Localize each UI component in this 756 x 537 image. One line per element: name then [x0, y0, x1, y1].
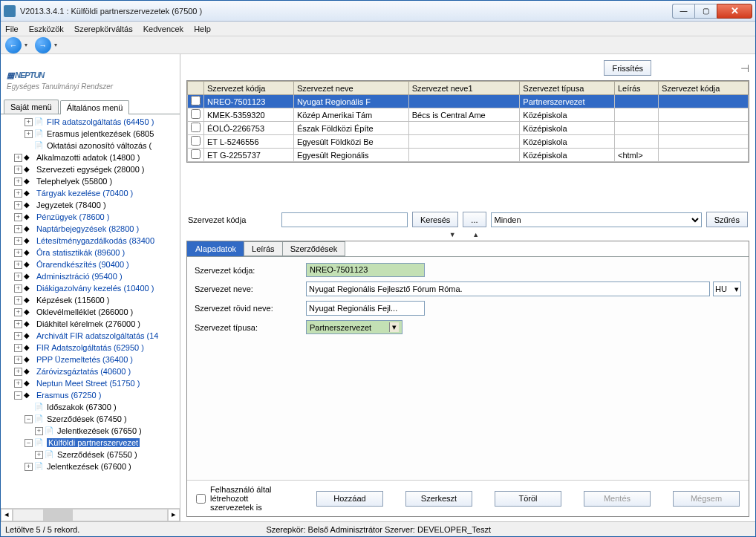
expand-icon[interactable]: +: [14, 166, 22, 174]
tree-item[interactable]: +◆Záróvizsgáztatás (40600 ): [1, 365, 180, 377]
tab-leiras[interactable]: Leírás: [244, 241, 283, 256]
expand-icon[interactable]: +: [14, 308, 22, 316]
menu-tools[interactable]: Eszközök: [29, 25, 64, 33]
grid-header-name[interactable]: Szervezet neve: [293, 82, 408, 95]
tab-alapadatok[interactable]: Alapadatok: [187, 241, 244, 256]
row-checkbox[interactable]: [191, 96, 201, 105]
tree-item[interactable]: +📄FIR adatszolgáltatás (64450 ): [1, 116, 180, 128]
tree-item[interactable]: +📄Erasmus jelentkezések (6805: [1, 128, 180, 140]
tree-item[interactable]: +◆Diákhitel kérelmek (276000 ): [1, 318, 180, 330]
grid-header-name1[interactable]: Szervezet neve1: [408, 82, 520, 95]
delete-button[interactable]: Töröl: [495, 491, 561, 507]
expand-icon[interactable]: +: [14, 213, 22, 221]
grid-header-code[interactable]: Szervezet kódja: [204, 82, 294, 95]
tree-item[interactable]: +📄Jelentkezések (67650 ): [1, 425, 180, 437]
tree-item[interactable]: +◆Adminisztráció (95400 ): [1, 270, 180, 282]
tree-item[interactable]: +📄Jelentkezések (67600 ): [1, 460, 180, 472]
filter-button[interactable]: Szűrés: [706, 212, 748, 227]
nav-tree[interactable]: +📄FIR adatszolgáltatás (64450 )+📄Erasmus…: [1, 114, 180, 508]
tree-item[interactable]: +◆Telephelyek (55800 ): [1, 175, 180, 187]
tree-item[interactable]: +◆Óra statisztikák (89600 ): [1, 247, 180, 258]
grid-header-type[interactable]: Szervezet típusa: [520, 82, 615, 95]
expand-icon[interactable]: +: [14, 273, 22, 281]
tab-sajat-menu[interactable]: Saját menü: [4, 100, 59, 114]
tree-item[interactable]: −📄Külföldi partnerszervezet: [1, 437, 180, 449]
tab-altalanos-menu[interactable]: Általános menü: [60, 100, 130, 114]
menu-role[interactable]: Szerepkörváltás: [74, 25, 133, 33]
tab-szerzodesek[interactable]: Szerződések: [282, 241, 346, 256]
expand-icon[interactable]: +: [14, 380, 22, 388]
expand-icon[interactable]: +: [35, 451, 43, 459]
tree-item[interactable]: +◆PPP Üzemeltetés (36400 ): [1, 354, 180, 365]
grid-header-desc[interactable]: Leírás: [615, 82, 659, 95]
tree-item[interactable]: 📄Oktatási azonosító változás (: [1, 140, 180, 152]
tree-item[interactable]: +◆Szervezeti egységek (28000 ): [1, 163, 180, 175]
forward-button[interactable]: →: [35, 37, 51, 53]
expand-icon[interactable]: +: [14, 189, 22, 198]
lang-combo[interactable]: HU▾: [713, 281, 741, 296]
tree-item[interactable]: 📄Időszakok (67300 ): [1, 401, 180, 413]
expand-icon[interactable]: +: [14, 296, 22, 305]
expand-icon[interactable]: +: [14, 356, 22, 364]
table-row[interactable]: ET G-2255737Egyesült RegionálisKözépisko…: [188, 149, 749, 162]
expand-icon[interactable]: +: [14, 368, 22, 376]
expand-icon[interactable]: +: [14, 320, 22, 328]
type-combo[interactable]: Partnerszervezet▾: [306, 320, 403, 334]
save-button[interactable]: Mentés: [584, 491, 651, 507]
tree-item[interactable]: +◆Neptun Meet Street (51750 ): [1, 377, 180, 389]
pin-icon[interactable]: ⊣: [740, 62, 749, 74]
expand-icon[interactable]: −: [14, 391, 22, 400]
browse-button[interactable]: ...: [463, 212, 486, 227]
search-input[interactable]: [281, 212, 408, 227]
tree-hscroll[interactable]: ◂ ▸: [1, 508, 180, 521]
tree-item[interactable]: −📄Szerződések (67450 ): [1, 413, 180, 425]
tree-item[interactable]: +◆Képzések (115600 ): [1, 294, 180, 306]
table-row[interactable]: NREO-7501123Nyugat Regionális FPartnersz…: [188, 95, 749, 108]
minimize-button[interactable]: —: [672, 4, 694, 19]
tree-item[interactable]: +◆Pénzügyek (78600 ): [1, 211, 180, 223]
tree-item[interactable]: +◆Alkalmazotti adatok (14800 ): [1, 152, 180, 163]
back-dropdown-icon[interactable]: ▾: [25, 42, 32, 48]
tree-item[interactable]: −◆Erasmus (67250 ): [1, 389, 180, 401]
grid-header-code2[interactable]: Szervezet kódja: [659, 82, 749, 95]
add-button[interactable]: Hozzáad: [316, 491, 383, 507]
expand-icon[interactable]: +: [14, 344, 22, 352]
refresh-button[interactable]: Frissítés: [604, 60, 651, 76]
data-grid[interactable]: Szervezet kódja Szervezet neve Szervezet…: [187, 81, 749, 162]
expand-icon[interactable]: +: [14, 249, 22, 257]
tree-item[interactable]: +◆Tárgyak kezelése (70400 ): [1, 187, 180, 199]
expand-icon[interactable]: +: [14, 284, 22, 293]
expand-icon[interactable]: +: [14, 237, 22, 245]
tree-item[interactable]: +◆Diákigazolvány kezelés (10400 ): [1, 282, 180, 294]
expand-icon[interactable]: +: [14, 201, 22, 209]
name-field[interactable]: [306, 281, 710, 296]
grid-header-checkbox[interactable]: [188, 82, 204, 95]
cancel-button[interactable]: Mégsem: [673, 491, 740, 507]
tree-item[interactable]: +📄Szerződések (67550 ): [1, 449, 180, 460]
expand-icon[interactable]: +: [14, 154, 22, 162]
expand-icon[interactable]: −: [25, 415, 33, 423]
search-button[interactable]: Keresés: [412, 212, 458, 227]
expand-icon[interactable]: +: [14, 225, 22, 233]
tree-item[interactable]: +◆Órarendkészítés (90400 ): [1, 258, 180, 270]
expand-icon[interactable]: +: [14, 332, 22, 340]
expand-icon[interactable]: +: [25, 130, 33, 138]
maximize-button[interactable]: ▢: [694, 4, 717, 19]
row-checkbox[interactable]: [191, 109, 201, 119]
tree-item[interactable]: +◆Naptárbejegyzések (82800 ): [1, 223, 180, 235]
table-row[interactable]: KMEK-5359320Közép Amerikai TámBécs is Ce…: [188, 108, 749, 122]
expand-icon[interactable]: +: [14, 178, 22, 186]
table-row[interactable]: ÉOLÓ-2266753Észak Földközi ÉpíteKözépisk…: [188, 122, 749, 135]
table-row[interactable]: ET L-5246556Egyesült Földközi BeKözépisk…: [188, 135, 749, 149]
row-checkbox[interactable]: [191, 123, 201, 132]
forward-dropdown-icon[interactable]: ▾: [54, 42, 62, 48]
expand-icon[interactable]: +: [14, 261, 22, 269]
tree-item[interactable]: +◆Jegyzetek (78400 ): [1, 199, 180, 211]
shortname-field[interactable]: [306, 301, 425, 316]
edit-button[interactable]: Szerkeszt: [405, 491, 472, 507]
expand-icon[interactable]: +: [25, 463, 33, 471]
usercreated-checkbox[interactable]: [196, 494, 206, 504]
row-checkbox[interactable]: [191, 149, 201, 159]
splitter-arrows[interactable]: ▼ ▲: [183, 230, 752, 239]
tree-item[interactable]: +◆FIR Adatszolgáltatás (62950 ): [1, 342, 180, 354]
